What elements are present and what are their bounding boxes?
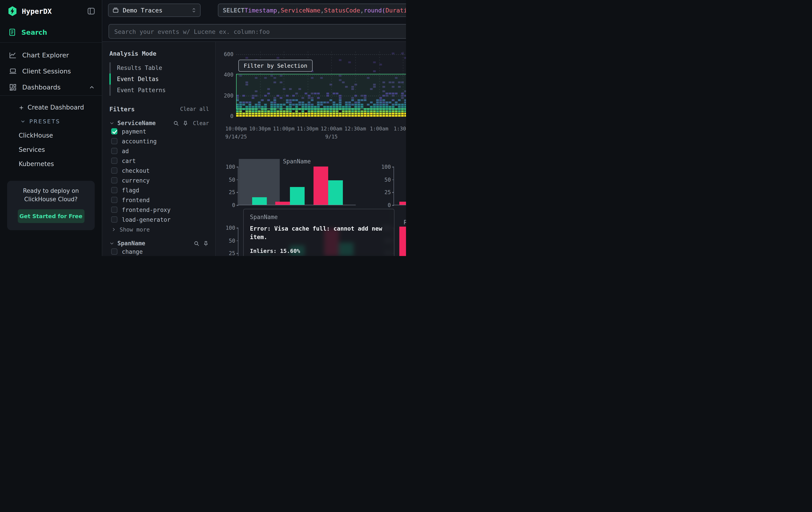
filter-option-label: checkout [122,167,150,174]
y-axis-tick: 0 [388,202,391,208]
analysis-mode-option-event-patterns[interactable]: Event Patterns [109,85,209,96]
checkbox[interactable] [111,216,117,223]
analysis-mode-title: Analysis Mode [109,50,209,57]
plus-icon [19,105,24,110]
heatmap-y-tick: 400 [224,72,233,78]
checkbox[interactable] [111,148,117,154]
chart-title: SpanKind [394,158,406,165]
analysis-mode-option-results-table[interactable]: Results Table [109,62,209,74]
sidebar: HyperDX Search Chart Explorer C [0,0,102,256]
heatmap-date-label: 9/14/25 [226,134,247,140]
filter-option-accounting[interactable]: accounting [109,136,209,146]
get-started-button[interactable]: Get Started for Free [18,209,84,223]
chart-plot[interactable]: 02550100 [238,167,356,205]
filter-option-currency[interactable]: currency [109,176,209,185]
filter-option-change[interactable]: change [109,247,209,256]
query-token: Timestamp [244,7,277,14]
outliers-bar[interactable] [399,227,406,256]
query-token: StatusCode [324,7,360,14]
filter-option-label: payment [122,128,146,135]
filter-option-label: currency [122,177,150,184]
chart-tooltip: SpanName Error: Visa cache full: cannot … [243,209,395,256]
y-axis-tick: 50 [384,177,391,183]
query-token: , [360,7,364,14]
clear-filter-button[interactable]: Clear [193,120,209,126]
sidebar-item-presets[interactable]: PRESETS [0,114,102,128]
filter-option-ad[interactable]: ad [109,146,209,156]
outliers-bar[interactable] [314,166,328,205]
chart-plot[interactable]: 02550100InternalServer [394,167,406,205]
query-token: Duration [385,7,406,14]
line-chart-icon [9,51,17,59]
sidebar-item-label: ClickHouse [19,132,53,139]
clear-all-filters-button[interactable]: Clear all [180,106,209,112]
search-icon[interactable] [173,120,179,126]
chevron-right-icon [111,227,116,232]
brand-title: HyperDX [22,7,87,16]
sidebar-item-clickhouse[interactable]: ClickHouse [0,128,102,142]
source-select[interactable]: Demo Traces [108,4,201,17]
inliers-bar[interactable] [328,180,343,205]
chevron-down-icon[interactable] [109,120,114,126]
bar-chart-SpanName: SpanName02550100 [238,167,356,205]
select-query-input[interactable]: SELECT Timestamp, ServiceName, StatusCod… [218,4,406,17]
checkbox[interactable] [111,177,117,183]
inliers-bar[interactable] [290,187,304,205]
sidebar-item-services[interactable]: Services [0,142,102,157]
show-more-button[interactable]: Show more [109,224,209,233]
pin-icon[interactable] [203,240,209,246]
filter-option-label: cart [122,157,136,164]
bar-chart-ResourceAttributes.host.name: ResourceAttributes.host.name02550100paym… [394,228,406,256]
filter-group-title: ServiceName [117,120,170,127]
sidebar-item-dashboards[interactable]: Dashboards [0,79,102,95]
filter-by-selection-button[interactable]: Filter by Selection [238,60,313,72]
search-icon[interactable] [194,240,200,246]
tooltip-outliers: Outliers: 0.00% [250,255,388,256]
filter-option-load-generator[interactable]: load-generator [109,215,209,224]
promo-text: Ready to deploy onClickHouse Cloud? [11,187,90,204]
search-input[interactable] [114,28,406,35]
chevron-up-icon [89,84,95,90]
y-axis-tick: 100 [226,225,235,231]
chevron-down-icon[interactable] [109,241,114,246]
filter-option-label: frontend [122,196,150,203]
checkbox[interactable] [111,128,117,134]
filter-option-payment[interactable]: payment [109,127,209,136]
sidebar-item-chart-explorer[interactable]: Chart Explorer [0,47,102,63]
outliers-bar[interactable] [275,202,290,205]
checkbox[interactable] [111,187,117,193]
filter-option-flagd[interactable]: flagd [109,185,209,195]
collapse-sidebar-icon[interactable] [87,7,96,16]
y-axis-tick: 25 [384,189,391,196]
pin-icon[interactable] [182,120,188,126]
sidebar-item-kubernetes[interactable]: Kubernetes [0,157,102,171]
heatmap-y-tick: 600 [224,51,233,57]
tooltip-inliers: Inliers: 15.60% [250,247,388,255]
heatmap-y-tick: 0 [230,113,233,119]
checkbox[interactable] [111,207,117,213]
filter-option-checkout[interactable]: checkout [109,166,209,176]
bar-chart-SpanKind: SpanKind02550100InternalServer [394,167,406,205]
chart-plot[interactable]: 02550100payment-7985c8969c-mwmw7 [394,228,406,256]
sidebar-item-create-dashboard[interactable]: Create Dashboard [0,100,102,114]
filter-option-frontend-proxy[interactable]: frontend-proxy [109,205,209,215]
checkbox[interactable] [111,158,117,164]
sidebar-item-search[interactable]: Search [0,22,102,43]
checkbox[interactable] [111,197,117,203]
analysis-mode-option-event-deltas[interactable]: Event Deltas [109,74,209,85]
checkbox[interactable] [111,138,117,144]
sidebar-item-client-sessions[interactable]: Client Sessions [0,63,102,79]
select-updown-icon [191,7,197,13]
database-icon [112,7,119,14]
query-token: ServiceName [281,7,320,14]
filter-option-label: load-generator [122,216,171,223]
checkbox[interactable] [111,248,117,255]
sidebar-item-label: Client Sessions [22,68,71,75]
filter-option-cart[interactable]: cart [109,156,209,166]
inliers-bar[interactable] [252,197,267,205]
chart-title: ResourceAttributes.host.name [394,219,406,226]
checkbox[interactable] [111,167,117,173]
filter-option-frontend[interactable]: frontend [109,195,209,205]
filter-option-label: flagd [122,187,139,193]
outliers-bar[interactable] [399,202,406,205]
